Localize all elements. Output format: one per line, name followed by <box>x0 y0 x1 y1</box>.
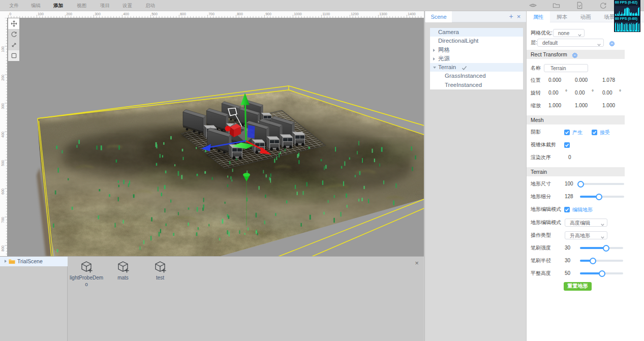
prop-row-16-label: 操作类型 <box>531 232 551 239</box>
prop-row-8-checkbox-1[interactable] <box>592 130 597 135</box>
rotate-tool-button[interactable] <box>8 29 19 40</box>
prop-row-13-slider-handle[interactable] <box>596 194 602 200</box>
tab-属性[interactable]: 属性 <box>527 11 550 22</box>
prefab-cube-icon <box>70 261 104 274</box>
prop-row-4-value-2[interactable]: 1.078 <box>602 77 615 83</box>
prop-row-12-slider-track[interactable] <box>578 183 624 185</box>
close-panel-icon[interactable]: × <box>515 13 523 20</box>
prop-row-5-suffix-2: ° <box>619 89 621 95</box>
tree-node-label: Camera <box>438 28 459 37</box>
prop-row-4-value-1[interactable]: 0.000 <box>575 77 588 83</box>
prop-row-3-input[interactable]: Terrain <box>544 64 588 72</box>
eye-icon[interactable] <box>529 2 537 9</box>
gear-icon[interactable] <box>572 51 578 57</box>
asset-item-test[interactable]: test <box>143 261 177 282</box>
gizmo-axis-y[interactable] <box>246 105 247 141</box>
folder-expand-icon[interactable] <box>5 260 7 263</box>
tree-node-Terrain[interactable]: Terrain <box>430 63 523 72</box>
chevron-down-icon[interactable] <box>433 67 436 69</box>
prop-row-5-value-2[interactable]: 0.00 <box>602 90 612 96</box>
menu-item-2[interactable]: 添加 <box>53 0 63 11</box>
tree-node-GrassInstanced[interactable]: GrassInstanced <box>430 72 523 80</box>
prop-row-9-checkbox-0[interactable] <box>564 142 570 148</box>
tree-node-label: TreeInstanced <box>445 81 482 89</box>
menu-item-6[interactable]: 启动 <box>145 0 155 11</box>
tree-node-TreeInstanced[interactable]: TreeInstanced <box>430 81 523 89</box>
tree-node-网格[interactable]: 网格 <box>430 46 523 54</box>
file-check-icon[interactable] <box>576 2 584 9</box>
tree-node-光源[interactable]: 光源 <box>430 54 523 63</box>
prop-row-19-slider-handle[interactable] <box>599 270 605 277</box>
reset-terrain-button[interactable]: 重置地形 <box>564 282 592 291</box>
prop-row-5-value-0[interactable]: 0.00 <box>548 90 558 96</box>
assets-sidebar: TrialScene <box>0 257 68 341</box>
prop-row-16-value: 升高地形 <box>570 232 590 239</box>
svg-text:700: 700 <box>1 217 5 223</box>
prop-row-4-value-0[interactable]: 0.000 <box>548 77 561 83</box>
svg-text:400: 400 <box>123 12 129 16</box>
menu-item-5[interactable]: 设置 <box>122 0 132 11</box>
chevron-down-icon <box>601 222 604 224</box>
tab-脚本[interactable]: 脚本 <box>550 11 574 22</box>
fps-histogram-1 <box>615 22 639 32</box>
prop-row-6-value-0[interactable]: 1.000 <box>548 103 561 108</box>
svg-text:1300: 1300 <box>379 12 387 16</box>
prop-row-9-label: 视锥体裁剪 <box>531 141 556 148</box>
tree-node-DirectionalLight[interactable]: DirectionalLight <box>430 37 523 45</box>
prop-row-0-value: none <box>558 30 569 37</box>
add-node-icon[interactable]: + <box>507 13 515 20</box>
chevron-right-icon[interactable] <box>433 57 435 60</box>
refresh-icon[interactable] <box>599 2 607 9</box>
tab-scene[interactable]: Scene <box>425 11 452 22</box>
menu-item-3[interactable]: 视图 <box>77 0 86 11</box>
rect-tool-button[interactable] <box>8 50 19 61</box>
tree-node-label: 光源 <box>438 54 450 63</box>
svg-text:300: 300 <box>1 103 5 109</box>
prop-row-10-value[interactable]: 0 <box>568 154 571 160</box>
prop-row-12-slider-handle[interactable] <box>577 181 584 188</box>
menu-item-4[interactable]: 项目 <box>100 0 110 11</box>
scale-tool-button[interactable] <box>8 40 19 50</box>
tab-动画[interactable]: 动画 <box>574 11 597 22</box>
chevron-right-icon[interactable] <box>433 49 435 52</box>
tree-node-label: 网格 <box>438 46 450 54</box>
prefab-cube-icon <box>106 261 140 274</box>
prop-row-6-value-2[interactable]: 1.000 <box>602 103 615 108</box>
asset-label: mats <box>106 275 140 282</box>
asset-item-lightProbeDemo[interactable]: lightProbeDemo <box>70 261 104 288</box>
move-tool-button[interactable] <box>8 18 19 29</box>
tree-node-label: Terrain <box>438 63 456 72</box>
fps-label-1: 60 FPS (0-60) <box>615 17 637 20</box>
folder-icon[interactable] <box>553 2 560 9</box>
prop-row-14-checkbox-0[interactable] <box>564 207 570 212</box>
prop-row-13-label: 地形细分 <box>531 193 551 200</box>
prop-row-5-value-1[interactable]: 0.00 <box>575 90 585 96</box>
prop-row-0-select[interactable]: none <box>553 29 585 37</box>
prop-row-17-slider-handle[interactable] <box>603 245 609 252</box>
prop-row-6-value-1[interactable]: 1.000 <box>575 103 588 108</box>
prop-row-15-select[interactable]: 高度编辑 <box>565 219 607 227</box>
prop-row-8-checkbox-0[interactable] <box>564 130 570 135</box>
ruler-top: 0100200300400500600700800900100011001200… <box>7 11 424 18</box>
assets-panel: TrialScene lightProbeDemomatstest × <box>0 256 424 341</box>
asset-item-mats[interactable]: mats <box>106 261 140 282</box>
fps-histogram-0 <box>615 6 639 16</box>
scene-viewport[interactable] <box>7 18 424 256</box>
section-Mesh: Mesh <box>527 115 625 125</box>
tree-node-Camera[interactable]: Camera <box>430 28 523 37</box>
assets-folder-row[interactable]: TrialScene <box>0 257 68 266</box>
prop-row-14-check-label-0: 编辑地形 <box>572 206 593 213</box>
tree-node-label: DirectionalLight <box>438 37 478 45</box>
gizmo-plane-yz[interactable] <box>248 125 255 139</box>
prop-row-1-select[interactable]: default <box>537 39 604 47</box>
svg-text:500: 500 <box>1 160 5 166</box>
menu-item-0[interactable]: 文件 <box>9 0 19 11</box>
svg-text:200: 200 <box>1 75 5 81</box>
prop-row-12-value: 100 <box>565 181 573 187</box>
prop-row-19-value: 50 <box>565 270 570 276</box>
menu-item-1[interactable]: 编辑 <box>31 0 41 11</box>
prop-row-16-select[interactable]: 升高地形 <box>565 231 607 239</box>
prop-row-18-slider-handle[interactable] <box>590 258 596 264</box>
close-assets-icon[interactable]: × <box>413 260 420 267</box>
gear-icon[interactable] <box>609 40 615 46</box>
